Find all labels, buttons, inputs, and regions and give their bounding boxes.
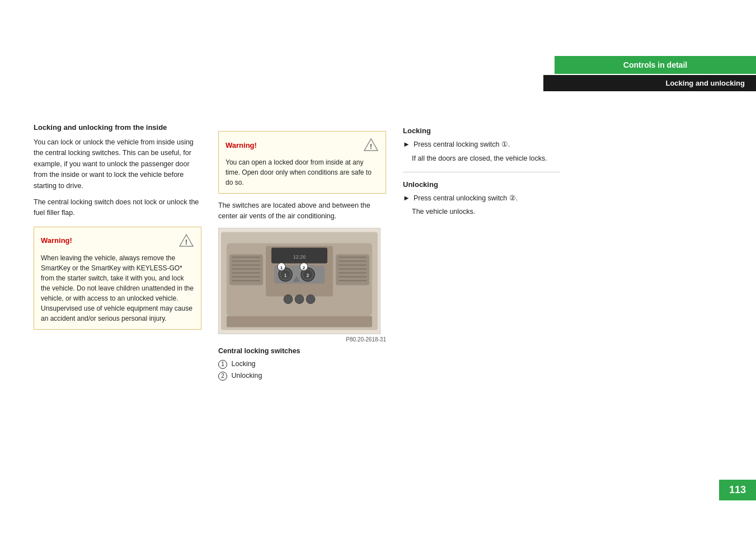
- svg-text:12:26: 12:26: [293, 254, 306, 259]
- image-reference: P80.20-2618-31: [218, 336, 386, 343]
- image-caption-items: 1 Locking 2 Unlocking: [218, 358, 386, 382]
- circle-num-1: 1: [218, 360, 227, 369]
- left-warning-icon: !: [179, 233, 194, 249]
- middle-warning-title: Warning!: [226, 141, 257, 149]
- image-caption-title: Central locking switches: [218, 347, 386, 355]
- unlocking-title: Unlocking: [403, 180, 560, 189]
- tab-locking-unlocking: Locking and unlocking: [543, 75, 756, 91]
- locking-bullet-item: ► Press central locking switch ①.: [403, 139, 560, 150]
- unlocking-follow-text: The vehicle unlocks.: [412, 207, 560, 217]
- car-dashboard-image: 12:26 1 1 2 2: [218, 228, 381, 334]
- svg-rect-40: [227, 316, 372, 327]
- left-section-title: Locking and unlocking from the inside: [34, 123, 201, 132]
- unlocking-bullet-item: ► Press central unlocking switch ②.: [403, 193, 560, 204]
- left-warning-title: Warning!: [41, 236, 72, 245]
- left-warning-box: Warning! ! When leaving the vehicle, alw…: [34, 227, 201, 330]
- left-body-text2: The central locking switch does not lock…: [34, 197, 201, 219]
- page-number: 113: [719, 480, 756, 500]
- caption-item-2: 2 Unlocking: [218, 370, 386, 382]
- svg-text:2: 2: [303, 265, 306, 270]
- svg-text:1: 1: [284, 272, 287, 278]
- middle-warning-text: You can open a locked door from inside a…: [226, 157, 379, 188]
- middle-warning-header: Warning! !: [226, 137, 379, 153]
- left-warning-text: When leaving the vehicle, always remove …: [41, 253, 194, 324]
- svg-text:2: 2: [306, 272, 309, 278]
- header-area: Controls in detail Locking and unlocking: [543, 56, 756, 91]
- middle-column: Warning! ! You can open a locked door fr…: [218, 123, 386, 382]
- caption-item2-label: Unlocking: [231, 372, 262, 380]
- svg-text:!: !: [370, 142, 372, 151]
- tab-controls-in-detail: Controls in detail: [555, 56, 756, 74]
- svg-point-38: [295, 294, 304, 303]
- caption-item1-label: Locking: [231, 360, 255, 368]
- svg-text:!: !: [185, 238, 187, 246]
- locking-arrow-icon: ►: [403, 140, 410, 148]
- locking-title: Locking: [403, 127, 560, 135]
- middle-warning-icon: !: [363, 137, 379, 153]
- unlocking-arrow-icon: ►: [403, 194, 410, 202]
- middle-warning-box: Warning! ! You can open a locked door fr…: [218, 131, 386, 194]
- right-column: Locking ► Press central locking switch ①…: [403, 123, 560, 382]
- section-divider: [403, 172, 560, 172]
- left-column: Locking and unlocking from the inside Yo…: [34, 123, 201, 382]
- locking-bullet-text: Press central locking switch ①.: [414, 139, 510, 150]
- unlocking-bullet-text: Press central unlocking switch ②.: [414, 193, 518, 204]
- circle-num-2: 2: [218, 372, 227, 381]
- svg-point-39: [306, 294, 315, 303]
- left-body-text1: You can lock or unlock the vehicle from …: [34, 137, 201, 191]
- left-warning-header: Warning! !: [41, 233, 194, 249]
- svg-text:1: 1: [280, 265, 283, 270]
- locking-follow-text: If all the doors are closed, the vehicle…: [412, 153, 560, 164]
- middle-body-text: The switches are located above and betwe…: [218, 200, 386, 222]
- content-wrapper: Locking and unlocking from the inside Yo…: [34, 123, 734, 382]
- caption-item-1: 1 Locking: [218, 358, 386, 370]
- svg-point-37: [284, 294, 293, 303]
